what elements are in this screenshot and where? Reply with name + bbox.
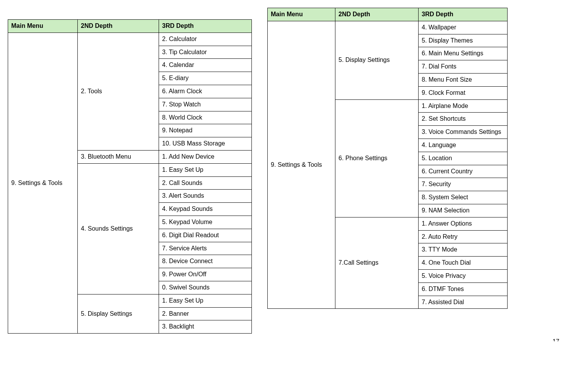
third-cell: 1. Easy Set Up bbox=[159, 163, 252, 176]
third-cell: 7. Dial Fonts bbox=[419, 60, 508, 74]
third-cell: 4. Wallpaper bbox=[419, 21, 508, 34]
header-third: 3RD Depth bbox=[159, 20, 252, 33]
third-cell: 1. Airplane Mode bbox=[419, 99, 508, 113]
third-cell: 8. Menu Font Size bbox=[419, 73, 508, 86]
third-cell: 6. DTMF Tones bbox=[419, 282, 508, 296]
header-third: 3RD Depth bbox=[419, 8, 508, 21]
third-cell: 5. Keypad Volume bbox=[159, 216, 252, 229]
third-cell: 10. USB Mass Storage bbox=[159, 137, 252, 151]
third-cell: 4. Keypad Sounds bbox=[159, 203, 252, 216]
third-cell: 7. Assisted Dial bbox=[419, 296, 508, 309]
third-cell: 3. Backlight bbox=[159, 320, 252, 334]
menu-table-left: Main Menu 2ND Depth 3RD Depth 9. Setting… bbox=[8, 19, 252, 334]
third-cell: 8. World Clock bbox=[159, 111, 252, 124]
third-cell: 2. Call Sounds bbox=[159, 176, 252, 190]
third-cell: 5. Voice Privacy bbox=[419, 269, 508, 282]
third-cell: 6. Digit Dial Readout bbox=[159, 229, 252, 242]
third-cell: 1. Easy Set Up bbox=[159, 294, 252, 307]
header-main: Main Menu bbox=[268, 8, 335, 21]
third-cell: 2. Auto Retry bbox=[419, 230, 508, 243]
third-cell: 1. Answer Options bbox=[419, 217, 508, 230]
third-cell: 6. Main Menu Settings bbox=[419, 47, 508, 60]
third-cell: 9. Clock Format bbox=[419, 86, 508, 99]
third-cell: 5. Display Themes bbox=[419, 34, 508, 47]
third-cell: 2. Calculator bbox=[159, 33, 252, 46]
third-cell: 2. Set Shortcuts bbox=[419, 113, 508, 126]
third-cell: 1. Add New Device bbox=[159, 150, 252, 163]
third-cell: 5. Location bbox=[419, 152, 508, 165]
third-cell: 7. Service Alerts bbox=[159, 242, 252, 255]
third-cell: 9. NAM Selection bbox=[419, 204, 508, 217]
third-cell: 8. Device Connect bbox=[159, 255, 252, 268]
third-cell: 4. Calendar bbox=[159, 59, 252, 72]
page-number: 17 bbox=[552, 338, 559, 341]
header-main: Main Menu bbox=[8, 20, 78, 33]
third-cell: 3. Tip Calculator bbox=[159, 46, 252, 59]
second-cell: 5. Display Settings bbox=[78, 294, 159, 333]
third-cell: 3. TTY Mode bbox=[419, 243, 508, 257]
second-cell: 6. Phone Settings bbox=[335, 99, 419, 217]
third-cell: 2. Banner bbox=[159, 307, 252, 320]
main-cell: 9. Settings & Tools bbox=[268, 21, 335, 309]
third-cell: 3. Voice Commands Settings bbox=[419, 126, 508, 139]
menu-table-right: Main Menu 2ND Depth 3RD Depth 9. Setting… bbox=[267, 8, 508, 309]
third-cell: 4. Language bbox=[419, 139, 508, 152]
second-cell: 4. Sounds Settings bbox=[78, 163, 159, 294]
third-cell: 3. Alert Sounds bbox=[159, 190, 252, 203]
third-cell: 4. One Touch Dial bbox=[419, 257, 508, 270]
second-cell: 2. Tools bbox=[78, 33, 159, 150]
third-cell: 5. E-diary bbox=[159, 72, 252, 85]
header-second: 2ND Depth bbox=[335, 8, 419, 21]
third-cell: 9. Notepad bbox=[159, 124, 252, 137]
third-cell: 7. Stop Watch bbox=[159, 98, 252, 111]
third-cell: 0. Swivel Sounds bbox=[159, 281, 252, 294]
third-cell: 6. Alarm Clock bbox=[159, 85, 252, 98]
main-cell: 9. Settings & Tools bbox=[8, 33, 78, 333]
third-cell: 6. Current Country bbox=[419, 165, 508, 178]
third-cell: 8. System Select bbox=[419, 191, 508, 204]
third-cell: 9. Power On/Off bbox=[159, 268, 252, 281]
second-cell: 5. Display Settings bbox=[335, 21, 419, 99]
third-cell: 7. Security bbox=[419, 178, 508, 191]
header-second: 2ND Depth bbox=[78, 20, 159, 33]
second-cell: 3. Bluetooth Menu bbox=[78, 150, 159, 163]
second-cell: 7.Call Settings bbox=[335, 217, 419, 309]
